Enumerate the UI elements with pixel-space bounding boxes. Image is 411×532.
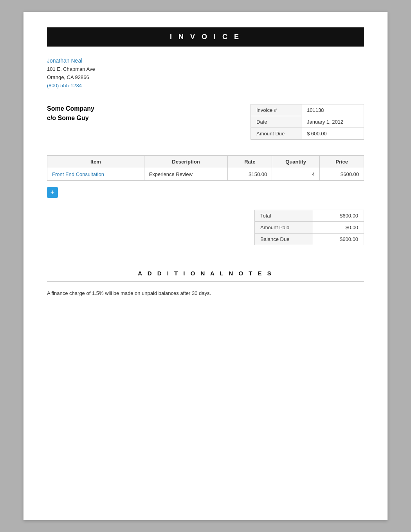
meta-date-label: Date [251, 116, 301, 128]
bill-to: Some Company c/o Some Guy [47, 104, 94, 123]
invoice-meta: Invoice # 101138 Date January 1, 2012 Am… [251, 104, 364, 140]
cell-rate: $150.00 [228, 168, 272, 180]
sender-address-line2: Orange, CA 92866 [47, 74, 364, 82]
invoice-title: I N V O I C E [170, 33, 241, 41]
amount-paid-value: $0.00 [313, 222, 364, 234]
sender-info: Jonathan Neal 101 E. Chapman Ave Orange,… [47, 58, 364, 88]
sender-name: Jonathan Neal [47, 58, 364, 64]
cell-item: Front End Consultation [47, 168, 144, 180]
meta-date-row: Date January 1, 2012 [251, 116, 364, 128]
bill-to-contact: c/o Some Guy [47, 113, 94, 123]
meta-invoice-row: Invoice # 101138 [251, 104, 364, 116]
cell-price: $600.00 [320, 168, 364, 180]
notes-text: A finance charge of 1.5% will be made on… [47, 289, 364, 298]
add-icon: + [50, 189, 55, 196]
add-row-button[interactable]: + [47, 187, 58, 198]
meta-date-value: January 1, 2012 [301, 116, 364, 128]
sender-phone: (800) 555-1234 [47, 83, 364, 88]
meta-amount-due-label: Amount Due [251, 128, 301, 140]
totals-table: Total $600.00 Amount Paid $0.00 Balance … [254, 210, 364, 245]
invoice-header: I N V O I C E [47, 27, 364, 47]
total-label: Total [254, 210, 313, 222]
cell-description: Experience Review [144, 168, 228, 180]
balance-due-value: $600.00 [313, 234, 364, 245]
balance-due-row: Balance Due $600.00 [254, 234, 364, 245]
table-row: Front End Consultation Experience Review… [47, 168, 364, 180]
meta-invoice-value: 101138 [301, 104, 364, 116]
totals-section: Total $600.00 Amount Paid $0.00 Balance … [47, 210, 364, 245]
col-header-quantity: Quantity [272, 155, 320, 168]
amount-paid-label: Amount Paid [254, 222, 313, 234]
meta-invoice-label: Invoice # [251, 104, 301, 116]
billing-section: Some Company c/o Some Guy Invoice # 1011… [47, 104, 364, 140]
balance-due-label: Balance Due [254, 234, 313, 245]
meta-amount-due-value: $ 600.00 [301, 128, 364, 140]
items-table: Item Description Rate Quantity Price Fro… [47, 155, 364, 181]
invoice-page: I N V O I C E Jonathan Neal 101 E. Chapm… [23, 12, 388, 520]
col-header-rate: Rate [228, 155, 272, 168]
col-header-item: Item [47, 155, 144, 168]
meta-amount-due-row: Amount Due $ 600.00 [251, 128, 364, 140]
additional-notes-header: A D D I T I O N A L N O T E S [47, 265, 364, 282]
cell-quantity: 4 [272, 168, 320, 180]
col-header-price: Price [320, 155, 364, 168]
col-header-description: Description [144, 155, 228, 168]
sender-address-line1: 101 E. Chapman Ave [47, 65, 364, 74]
bill-to-company: Some Company [47, 104, 94, 113]
total-row: Total $600.00 [254, 210, 364, 222]
amount-paid-row: Amount Paid $0.00 [254, 222, 364, 234]
total-value: $600.00 [313, 210, 364, 222]
